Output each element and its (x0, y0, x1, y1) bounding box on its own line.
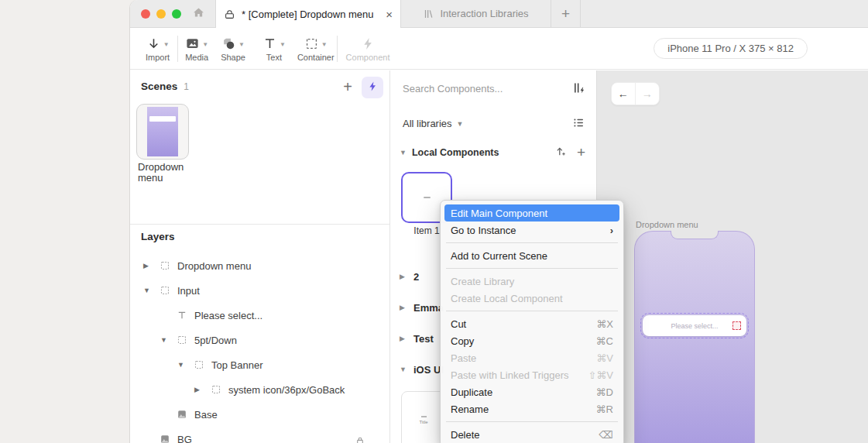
container-icon-sm (194, 360, 204, 369)
section-caret-icon: ▼ (400, 149, 407, 156)
tab-inactive[interactable]: Interaction Libraries (401, 0, 551, 27)
forward-button[interactable]: → (636, 83, 660, 105)
layer-row[interactable]: ▶system icon/36px/GoBack (130, 377, 389, 402)
thumb-title: Title (419, 420, 427, 424)
component-button: Component (346, 35, 390, 62)
close-window-button[interactable] (141, 9, 150, 19)
lock-icon[interactable] (355, 434, 365, 443)
menu-shortcut: ⌘R (596, 404, 613, 415)
layer-label: Base (194, 409, 218, 421)
shape-icon (221, 36, 236, 51)
layer-label: system icon/36px/GoBack (228, 384, 345, 396)
thumb-dash (421, 416, 427, 417)
search-components-input[interactable]: Search Components... (403, 83, 503, 94)
layer-label: Please select... (194, 310, 262, 321)
scenes-header: Scenes 1 (141, 81, 189, 92)
menu-item-copy[interactable]: Copy⌘C (444, 332, 619, 349)
layer-row[interactable]: Please select... (130, 303, 389, 328)
local-components-header[interactable]: ▼ Local Components (400, 147, 499, 158)
tool-label: Text (266, 53, 282, 62)
component-icon (361, 36, 376, 51)
local-components-actions: + (554, 145, 585, 160)
add-scene-button[interactable]: + (343, 79, 352, 94)
layer-row[interactable]: Base (130, 402, 389, 427)
layer-row[interactable]: ▼Top Banner (130, 352, 389, 377)
minimize-window-button[interactable] (156, 9, 166, 19)
menu-separator (446, 242, 618, 243)
section-caret-icon: ▶ (400, 335, 407, 342)
canvas[interactable]: ← → Dropdown menu Please select... (596, 70, 868, 443)
panel-divider (130, 224, 389, 225)
menu-item-add-to-current-scene[interactable]: Add to Current Scene (444, 247, 619, 264)
layers-tree: ▶Dropdown menu▼InputPlease select...▼5pt… (130, 253, 389, 443)
shape-button[interactable]: ▼Shape (221, 35, 245, 62)
home-button[interactable] (181, 0, 215, 27)
text-button[interactable]: ▼Text (262, 35, 286, 62)
publish-component-icon[interactable] (554, 145, 567, 160)
menu-item-duplicate[interactable]: Duplicate⌘D (444, 383, 619, 400)
libraries-filter-dropdown[interactable]: All libraries ▼ (403, 118, 464, 129)
back-button[interactable]: ← (612, 83, 636, 105)
dropdown-placeholder: Please select... (671, 322, 718, 330)
interactions-toggle-button[interactable] (362, 77, 383, 98)
container-icon-sm (211, 385, 221, 394)
close-tab-icon[interactable]: × (386, 8, 393, 21)
menu-shortcut: ⌫ (599, 429, 613, 441)
new-tab-button[interactable]: + (551, 0, 581, 27)
menu-item-label: Add to Current Scene (451, 250, 547, 262)
container-button[interactable]: ▼Container (297, 35, 335, 62)
component-library-icon[interactable] (572, 81, 585, 98)
scene-name[interactable]: Dropdown menu (138, 162, 197, 184)
layer-row[interactable]: ▼Input (130, 278, 389, 303)
dropdown-caret-icon[interactable]: ▼ (238, 41, 245, 48)
missing-component-marker-icon (732, 321, 741, 330)
tab-active[interactable]: * [Complete] Dropdown menu× (215, 0, 401, 28)
section-label: 2 (413, 271, 419, 283)
scene-thumbnail[interactable] (136, 104, 189, 160)
layer-label: Top Banner (211, 359, 263, 371)
dropdown-caret-icon[interactable]: ▼ (280, 41, 286, 48)
import-button[interactable]: ▼Import (146, 35, 170, 62)
menu-separator (446, 268, 618, 269)
menu-item-cut[interactable]: Cut⌘X (444, 315, 619, 332)
tree-caret-icon[interactable]: ▶ (143, 262, 160, 270)
menu-item-edit-main-component[interactable]: Edit Main Component (444, 204, 619, 222)
list-view-toggle[interactable] (572, 116, 585, 132)
layer-row[interactable]: BG (130, 427, 389, 443)
menu-shortcut: ⌘D (596, 386, 613, 398)
layers-title: Layers (141, 231, 175, 242)
zoom-window-button[interactable] (172, 9, 181, 19)
artboard-phone[interactable]: Please select... (634, 231, 755, 443)
scene-thumbnail-preview (147, 107, 178, 156)
menu-shortcut: ⌘C (596, 335, 613, 347)
media-button[interactable]: ▼Media (185, 35, 208, 62)
layer-row[interactable]: ▶Dropdown menu (130, 253, 389, 278)
scenes-layers-panel: Scenes 1 + Dropdown menu Layers ▶Dropdow… (130, 70, 390, 443)
layer-row[interactable]: ▼5pt/Down (130, 328, 389, 352)
text-icon-sm (177, 311, 187, 320)
dropdown-caret-icon[interactable]: ▼ (202, 41, 208, 48)
artboard-label[interactable]: Dropdown menu (636, 220, 698, 229)
tree-caret-icon[interactable]: ▶ (194, 386, 211, 393)
container-icon (304, 36, 319, 51)
section-caret-icon: ▶ (400, 304, 407, 311)
tree-caret-icon[interactable]: ▼ (160, 336, 177, 344)
menu-item-paste-with-linked-triggers: Paste with Linked Triggers⇧⌘V (444, 366, 619, 383)
context-menu: Edit Main ComponentGo to Instance›Add to… (440, 200, 624, 443)
tree-caret-icon[interactable]: ▼ (143, 287, 160, 294)
menu-item-delete[interactable]: Delete⌫ (444, 426, 619, 443)
menu-item-rename[interactable]: Rename⌘R (444, 400, 619, 417)
container-icon-sm (177, 335, 187, 345)
image-icon-sm (160, 434, 170, 443)
add-component-button[interactable]: + (577, 146, 585, 160)
dropdown-caret-icon[interactable]: ▼ (321, 41, 328, 48)
dropdown-caret-icon[interactable]: ▼ (163, 41, 170, 48)
dropdown-input-layer[interactable]: Please select... (643, 315, 746, 336)
tool-label: Container (297, 53, 335, 62)
device-preset-button[interactable]: iPhone 11 Pro / X 375 × 812 (654, 38, 808, 59)
phone-notch (671, 231, 719, 239)
section-caret-icon: ▼ (400, 366, 407, 373)
menu-item-go-to-instance[interactable]: Go to Instance› (444, 222, 619, 239)
tree-caret-icon[interactable]: ▼ (177, 361, 194, 369)
titlebar: * [Complete] Dropdown menu×Interaction L… (130, 0, 868, 28)
